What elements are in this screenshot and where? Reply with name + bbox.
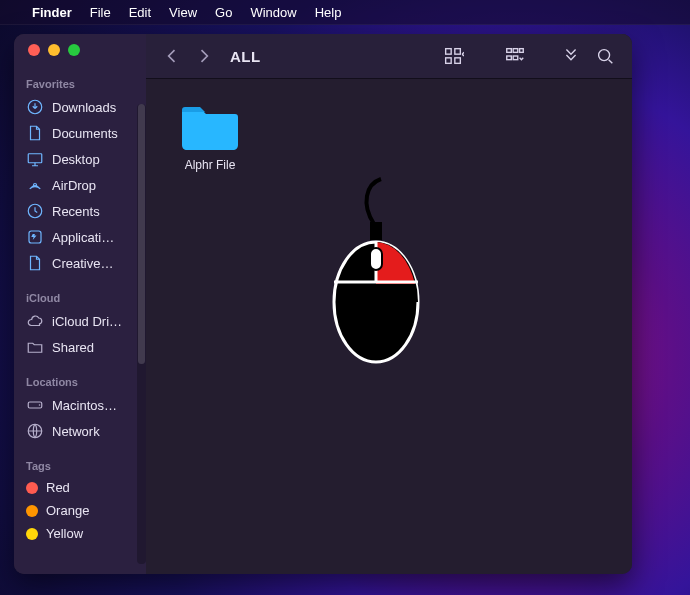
sidebar-item-label: Applicati… <box>52 230 114 245</box>
sidebar-item-label: iCloud Dri… <box>52 314 122 329</box>
network-icon <box>26 422 44 440</box>
menu-window[interactable]: Window <box>250 5 296 20</box>
disk-icon <box>26 396 44 414</box>
view-switcher-icon[interactable] <box>442 45 464 67</box>
sidebar-item-label: Recents <box>52 204 100 219</box>
sidebar-item-label: Red <box>46 480 70 495</box>
sidebar-item-creative[interactable]: Creative… <box>14 250 146 276</box>
window-controls <box>14 44 146 72</box>
svg-point-17 <box>599 50 610 61</box>
cloud-icon <box>26 312 44 330</box>
shared-folder-icon <box>26 338 44 356</box>
search-icon[interactable] <box>594 45 616 67</box>
desktop-icon <box>26 150 44 168</box>
sidebar-item-network[interactable]: Network <box>14 418 146 444</box>
sidebar-item-macintosh[interactable]: Macintos… <box>14 392 146 418</box>
svg-rect-14 <box>520 49 524 53</box>
svg-rect-9 <box>455 49 461 55</box>
sidebar-scrollbar[interactable] <box>137 104 146 564</box>
group-by-icon[interactable] <box>504 45 526 67</box>
menu-bar: Finder File Edit View Go Window Help <box>0 0 690 25</box>
sidebar-item-label: Macintos… <box>52 398 117 413</box>
folder-item[interactable]: Alphr File <box>168 100 252 172</box>
sidebar-tag-yellow[interactable]: Yellow <box>14 522 146 545</box>
sidebar-item-airdrop[interactable]: AirDrop <box>14 172 146 198</box>
menu-edit[interactable]: Edit <box>129 5 151 20</box>
sidebar-item-shared[interactable]: Shared <box>14 334 146 360</box>
close-button[interactable] <box>28 44 40 56</box>
clock-icon <box>26 202 44 220</box>
svg-point-6 <box>39 404 41 406</box>
tag-dot-icon <box>26 482 38 494</box>
icon-grid[interactable]: Alphr File <box>146 78 632 574</box>
sidebar-item-label: AirDrop <box>52 178 96 193</box>
folder-icon <box>178 100 242 152</box>
download-icon <box>26 98 44 116</box>
sidebar-item-downloads[interactable]: Downloads <box>14 94 146 120</box>
document-icon <box>26 254 44 272</box>
sidebar-item-label: Creative… <box>52 256 113 271</box>
sidebar-item-label: Downloads <box>52 100 116 115</box>
folder-label: Alphr File <box>168 158 252 172</box>
section-icloud-label: iCloud <box>14 286 146 308</box>
sidebar-item-label: Yellow <box>46 526 83 541</box>
svg-rect-12 <box>507 49 512 53</box>
content-area: ALL Alphr File <box>146 34 632 574</box>
sidebar-item-recents[interactable]: Recents <box>14 198 146 224</box>
applications-icon <box>26 228 44 246</box>
svg-rect-13 <box>513 49 518 53</box>
tag-dot-icon <box>26 505 38 517</box>
sidebar-item-documents[interactable]: Documents <box>14 120 146 146</box>
tag-dot-icon <box>26 528 38 540</box>
menu-go[interactable]: Go <box>215 5 232 20</box>
sidebar-tag-red[interactable]: Red <box>14 476 146 499</box>
sidebar-item-label: Network <box>52 424 100 439</box>
window-title: ALL <box>230 48 430 65</box>
sidebar-item-label: Orange <box>46 503 89 518</box>
document-icon <box>26 124 44 142</box>
zoom-button[interactable] <box>68 44 80 56</box>
sidebar-item-applications[interactable]: Applicati… <box>14 224 146 250</box>
minimize-button[interactable] <box>48 44 60 56</box>
toolbar: ALL <box>146 34 632 79</box>
svg-rect-16 <box>513 56 518 60</box>
menu-help[interactable]: Help <box>315 5 342 20</box>
sidebar-item-label: Shared <box>52 340 94 355</box>
back-button[interactable] <box>162 46 182 66</box>
section-favorites-label: Favorites <box>14 72 146 94</box>
svg-rect-8 <box>446 49 452 55</box>
sidebar-item-label: Documents <box>52 126 118 141</box>
sidebar-tag-orange[interactable]: Orange <box>14 499 146 522</box>
sidebar-scroll-thumb[interactable] <box>138 104 145 364</box>
menu-view[interactable]: View <box>169 5 197 20</box>
section-tags-label: Tags <box>14 454 146 476</box>
svg-rect-11 <box>455 58 461 64</box>
sidebar-item-icloud-drive[interactable]: iCloud Dri… <box>14 308 146 334</box>
sidebar-item-label: Desktop <box>52 152 100 167</box>
svg-rect-15 <box>507 56 512 60</box>
finder-window: Favorites Downloads Documents Desktop Ai… <box>14 34 632 574</box>
forward-button[interactable] <box>194 46 214 66</box>
menu-file[interactable]: File <box>90 5 111 20</box>
section-locations-label: Locations <box>14 370 146 392</box>
sidebar: Favorites Downloads Documents Desktop Ai… <box>14 34 147 574</box>
menu-app-name[interactable]: Finder <box>32 5 72 20</box>
toolbar-overflow-icon[interactable] <box>560 45 582 67</box>
svg-rect-10 <box>446 58 452 64</box>
airdrop-icon <box>26 176 44 194</box>
svg-rect-1 <box>28 154 42 163</box>
sidebar-item-desktop[interactable]: Desktop <box>14 146 146 172</box>
